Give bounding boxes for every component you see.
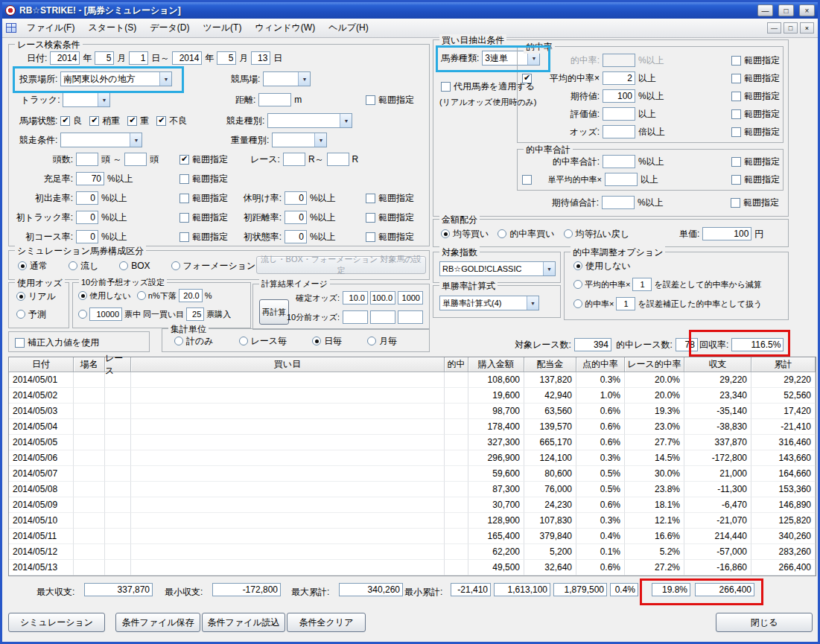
single-avg-hit-rate-input[interactable] — [605, 173, 638, 186]
rest-return-rate-range-checkbox[interactable] — [366, 194, 375, 203]
pre-odds-input-1[interactable] — [343, 310, 368, 324]
distance-input[interactable] — [258, 93, 291, 106]
clear-all-conditions-button[interactable]: 条件全クリア — [287, 613, 366, 632]
target-index-select[interactable]: RB☆GOLD!CLASSIC ▼ — [439, 261, 556, 276]
table-row[interactable]: 2014/05/04178,400139,5700.6%23.0%-38,830… — [9, 419, 816, 435]
pre10-drop-radio[interactable] — [137, 291, 146, 300]
pre-odds-input-3[interactable] — [398, 310, 423, 324]
adjust-treat-input[interactable]: 1 — [616, 297, 635, 310]
first-run-rate-input[interactable]: 0 — [76, 191, 98, 205]
first-state-rate-range-checkbox[interactable] — [366, 232, 375, 242]
expected-total-input[interactable] — [602, 196, 635, 209]
pre10-votes-input[interactable]: 10000 — [89, 307, 122, 321]
race-type-select[interactable]: ▼ — [267, 113, 352, 128]
table-row[interactable]: 2014/05/06296,900124,1000.3%14.5%-172,80… — [9, 450, 816, 466]
formation-radio[interactable] — [171, 261, 180, 270]
rest-return-rate-input[interactable]: 0 — [285, 191, 307, 205]
table-row[interactable]: 2014/05/0887,30076,0000.5%23.8%-11,30015… — [9, 482, 816, 497]
date-to-day-input[interactable]: 13 — [251, 51, 270, 65]
mdi-restore-button[interactable]: □ — [784, 22, 798, 34]
expected-value-input[interactable]: 100 — [603, 89, 635, 103]
pre10-votes-radio[interactable] — [78, 310, 87, 319]
col-header-kaime[interactable]: 買い目 — [131, 357, 445, 372]
menu-file[interactable]: ファイル(F) — [21, 19, 80, 37]
substitute-ticket-checkbox[interactable] — [441, 82, 451, 92]
adjust-subtract-input[interactable]: 1 — [632, 278, 652, 291]
minimize-button[interactable]: — — [757, 4, 773, 16]
first-course-rate-input[interactable]: 0 — [76, 230, 98, 243]
table-row[interactable]: 2014/05/01108,600137,8200.3%20.0%29,2202… — [9, 372, 816, 388]
close-dialog-button[interactable]: 閉じる — [716, 613, 813, 632]
nagashi-radio[interactable] — [69, 261, 77, 270]
equal-refund-radio[interactable] — [564, 229, 573, 238]
distance-range-checkbox[interactable] — [366, 95, 375, 105]
mdi-close-button[interactable]: × — [800, 22, 814, 34]
unit-price-input[interactable]: 100 — [702, 227, 751, 240]
odds-range-checkbox[interactable] — [731, 127, 741, 137]
mdi-minimize-button[interactable]: — — [767, 22, 781, 34]
table-row[interactable]: 2014/05/1262,2005,2000.1%5.2%-57,000283,… — [9, 544, 816, 560]
avg-hit-rate-checkbox[interactable] — [522, 74, 532, 83]
condition-heavy-checkbox[interactable] — [127, 116, 137, 126]
hit-rate-range-checkbox[interactable] — [731, 56, 741, 66]
date-from-year-input[interactable]: 2014 — [50, 51, 80, 65]
aggregate-race-radio[interactable] — [239, 337, 248, 345]
aggregate-total-radio[interactable] — [174, 337, 183, 345]
col-header-date[interactable]: 日付 — [9, 357, 74, 372]
track-select[interactable]: ▼ — [63, 92, 110, 107]
col-header-race[interactable]: レース — [105, 357, 131, 372]
col-header-purchase[interactable]: 購入金額 — [468, 357, 524, 372]
fixed-odds-input-2[interactable]: 100.0 — [370, 291, 395, 305]
menu-data[interactable]: データ(D) — [144, 19, 195, 37]
first-state-rate-input[interactable]: 0 — [285, 230, 307, 243]
condition-slightly-heavy-checkbox[interactable] — [89, 116, 99, 126]
pre10-buy-input[interactable]: 25 — [186, 307, 204, 321]
box-radio[interactable] — [119, 261, 128, 270]
col-header-total[interactable]: 累計 — [751, 357, 816, 372]
hit-rate-total-range-checkbox[interactable] — [731, 157, 741, 167]
adjust-subtract-radio[interactable] — [573, 280, 582, 289]
real-odds-radio[interactable] — [16, 292, 25, 301]
table-row[interactable]: 2014/05/0398,70063,5600.6%19.3%-35,14017… — [9, 404, 816, 419]
forecast-odds-radio[interactable] — [16, 310, 25, 319]
race-condition-select[interactable]: ▼ — [60, 133, 142, 147]
first-distance-rate-input[interactable]: 0 — [285, 211, 307, 224]
condition-good-checkbox[interactable] — [60, 116, 70, 126]
hit-rate-total-input[interactable] — [603, 155, 635, 168]
hit-rate-input[interactable] — [603, 54, 635, 67]
menu-help[interactable]: ヘルプ(H) — [322, 19, 375, 37]
col-header-payout[interactable]: 配当金 — [524, 357, 576, 372]
race-number-to-input[interactable] — [327, 153, 349, 166]
avg-hit-rate-input[interactable]: 2 — [603, 71, 635, 85]
racecourse-select[interactable]: ▼ — [263, 71, 311, 86]
aggregate-day-radio[interactable] — [312, 337, 321, 345]
pre10-none-radio[interactable] — [78, 291, 87, 300]
single-avg-hit-rate-range-checkbox[interactable] — [731, 175, 741, 185]
first-track-rate-input[interactable]: 0 — [76, 211, 98, 224]
expected-total-range-checkbox[interactable] — [731, 198, 740, 208]
menu-tools[interactable]: ツール(T) — [197, 19, 248, 37]
col-header-point-rate[interactable]: 点的中率 — [576, 357, 625, 372]
fixed-odds-input-1[interactable]: 10.0 — [343, 291, 368, 305]
win-formula-select[interactable]: 単勝率計算式(4) ▼ — [439, 296, 539, 310]
table-row[interactable]: 2014/05/05327,300665,1700.6%27.7%337,870… — [9, 435, 816, 450]
correction-checkbox[interactable] — [15, 338, 25, 348]
first-course-rate-range-checkbox[interactable] — [179, 232, 189, 242]
simulation-button[interactable]: シミュレーション — [8, 613, 105, 632]
table-row[interactable]: 2014/05/0759,60080,6000.5%30.0%21,000164… — [9, 466, 816, 482]
date-from-day-input[interactable]: 1 — [129, 51, 148, 65]
date-to-month-input[interactable]: 5 — [217, 51, 236, 65]
first-run-rate-range-checkbox[interactable] — [179, 194, 189, 203]
table-row[interactable]: 2014/05/0930,70024,2300.6%18.1%-6,470146… — [9, 497, 816, 513]
first-track-rate-range-checkbox[interactable] — [179, 213, 189, 223]
heads-from-input[interactable] — [76, 153, 98, 166]
venue-select[interactable]: 南関東以外の地方 ▼ — [60, 71, 172, 86]
race-number-from-input[interactable] — [283, 153, 305, 166]
col-header-hit[interactable]: 的中 — [445, 357, 468, 372]
fill-rate-range-checkbox[interactable] — [179, 174, 189, 184]
table-row[interactable]: 2014/05/11165,400379,8400.4%16.6%214,440… — [9, 529, 816, 544]
equal-buy-radio[interactable] — [441, 229, 450, 238]
odds-input[interactable] — [603, 125, 635, 138]
first-distance-rate-range-checkbox[interactable] — [366, 213, 375, 223]
menu-window[interactable]: ウィンドウ(W) — [249, 19, 321, 37]
